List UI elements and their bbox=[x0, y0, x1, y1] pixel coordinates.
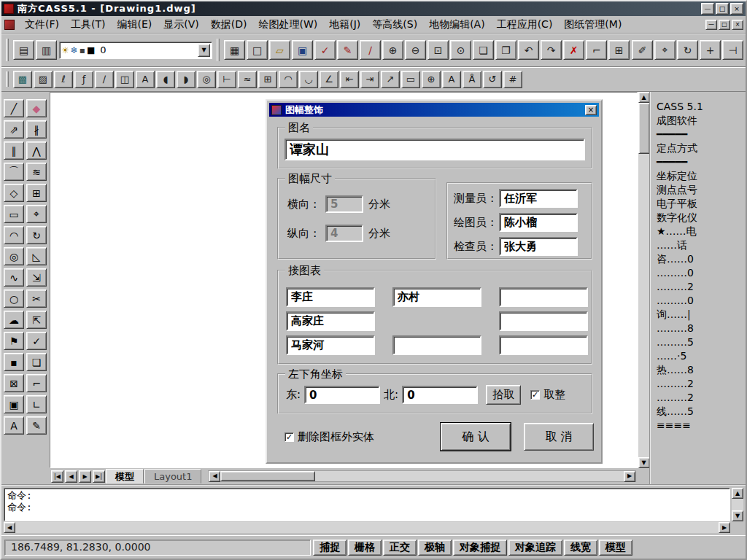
tab-model[interactable]: 模型 bbox=[106, 469, 144, 483]
arc-down-icon[interactable]: ◡ bbox=[299, 71, 318, 88]
linetype-icon[interactable]: ▦ bbox=[224, 40, 245, 60]
scroll-left-icon[interactable]: ◀ bbox=[4, 522, 15, 533]
save-file-icon[interactable]: ▣ bbox=[292, 40, 313, 60]
ucs-icon[interactable]: ⌐ bbox=[586, 40, 607, 60]
adjoin-cell-w[interactable] bbox=[286, 311, 375, 331]
draw-cloud-icon[interactable]: ☁ bbox=[4, 311, 24, 329]
zoom-in-icon[interactable]: ⊕ bbox=[382, 40, 403, 60]
grid-toggle[interactable]: 栅格 bbox=[348, 540, 382, 556]
extend-icon[interactable]: ⇱ bbox=[26, 311, 47, 329]
menu-item[interactable]: 工程应用(C) bbox=[491, 16, 559, 33]
draw-circle-icon[interactable]: ◎ bbox=[4, 247, 24, 265]
draw-ellipse-icon[interactable]: ○ bbox=[4, 289, 24, 308]
screen-menu-item[interactable]: 数字化仪 bbox=[651, 211, 746, 225]
rotate-view-icon[interactable]: ↻ bbox=[677, 40, 698, 60]
document-icon[interactable] bbox=[4, 20, 15, 30]
erase-icon[interactable]: ◆ bbox=[26, 99, 47, 117]
screen-menu-item[interactable]: ……话 bbox=[651, 239, 746, 253]
drawing-hscrollbar[interactable]: ◀ ▶ bbox=[208, 470, 636, 482]
menu-item[interactable]: 数据(D) bbox=[205, 16, 253, 33]
screen-menu-item[interactable]: 电子平板 bbox=[651, 198, 746, 211]
menu-item[interactable]: 绘图处理(W) bbox=[252, 16, 323, 33]
dim-left-icon[interactable]: ⇤ bbox=[340, 71, 359, 88]
hatch-icon[interactable]: ▨ bbox=[34, 71, 53, 88]
screen-menu-item[interactable]: ━━━━━ bbox=[651, 128, 746, 142]
snap-toggle[interactable]: 捕捉 bbox=[313, 540, 347, 556]
text-add-icon[interactable]: A bbox=[442, 71, 461, 88]
menu-item[interactable]: 工具(T) bbox=[65, 16, 111, 33]
screen-menu-item[interactable]: ………2 bbox=[651, 378, 746, 392]
zoom-out-icon[interactable]: ⊖ bbox=[405, 40, 426, 60]
cancel-icon[interactable]: ✗ bbox=[563, 40, 584, 60]
pline-pen-icon[interactable]: ℓ bbox=[54, 71, 73, 88]
lineweight-toggle[interactable]: 线宽 bbox=[564, 540, 597, 556]
draw-curve-icon[interactable]: ⌒ bbox=[4, 163, 24, 181]
tab-next-button[interactable]: ▶ bbox=[79, 470, 91, 483]
toolbar-grip[interactable] bbox=[6, 71, 9, 88]
tab-layout1[interactable]: Layout1 bbox=[144, 469, 201, 483]
cancel-button[interactable]: 取 消 bbox=[524, 423, 594, 451]
screen-menu-item[interactable]: ≡≡≡≡ bbox=[651, 419, 746, 433]
draw-point-icon[interactable]: ▪ bbox=[4, 353, 24, 371]
open-file-icon[interactable]: ▱ bbox=[269, 40, 290, 60]
screen-menu-item[interactable]: 定点方式 bbox=[651, 142, 746, 156]
screen-menu-item[interactable]: ……·5 bbox=[651, 350, 746, 364]
screen-menu-item[interactable]: 热……8 bbox=[651, 364, 746, 378]
polar-toggle[interactable]: 极轴 bbox=[418, 540, 452, 556]
scroll-up-icon[interactable]: ▲ bbox=[732, 488, 743, 499]
spline-pen-icon[interactable]: ƒ bbox=[74, 71, 93, 88]
scroll-up-icon[interactable]: ▲ bbox=[638, 92, 650, 103]
adjoin-cell-s[interactable] bbox=[392, 335, 481, 355]
sketch-pen-icon[interactable]: ✐ bbox=[632, 40, 653, 60]
redo-icon[interactable]: ↷ bbox=[541, 40, 562, 60]
move-point-icon[interactable]: ⌖ bbox=[654, 40, 676, 60]
hatch-fill-icon[interactable]: ⊠ bbox=[4, 374, 24, 392]
minimize-button[interactable]: — bbox=[701, 3, 714, 15]
screen-menu-item[interactable]: ………5 bbox=[651, 336, 746, 350]
chamfer-icon[interactable]: ∟ bbox=[26, 395, 47, 413]
angle-dim-icon[interactable]: ∠ bbox=[320, 71, 338, 88]
scale-icon[interactable]: ◺ bbox=[26, 247, 47, 265]
sketch-icon[interactable]: ✎ bbox=[26, 416, 47, 435]
copy-icon[interactable]: ❏ bbox=[473, 40, 494, 60]
ortho-toggle[interactable]: 正交 bbox=[383, 540, 417, 556]
restore-button[interactable]: □ bbox=[716, 3, 729, 15]
command-history[interactable]: 命令:命令: bbox=[4, 488, 730, 521]
rect-dim-icon[interactable]: ▭ bbox=[401, 71, 420, 88]
confirm-button[interactable]: 确 认 bbox=[441, 423, 511, 451]
command-vscrollbar[interactable]: ▲ ▼ bbox=[732, 488, 743, 521]
hash-grid-icon[interactable]: # bbox=[503, 71, 522, 88]
fillet-icon[interactable]: ⌐ bbox=[26, 374, 47, 392]
toolbar-grip[interactable] bbox=[217, 39, 220, 61]
dialog-title-bar[interactable]: 图幅整饰 × bbox=[269, 103, 599, 117]
wipeout-icon[interactable]: ◫ bbox=[115, 71, 134, 88]
text-style-icon[interactable]: A bbox=[136, 71, 155, 88]
screen-menu-item[interactable]: 测点点号 bbox=[651, 184, 746, 198]
mirror-icon[interactable]: ⋀ bbox=[26, 141, 47, 160]
screen-menu-item[interactable]: ━━━━━ bbox=[651, 156, 746, 170]
leader-icon[interactable]: ↗ bbox=[381, 71, 400, 88]
stretch-icon[interactable]: ⇲ bbox=[26, 268, 47, 287]
screen-menu-item[interactable]: 成图软件 bbox=[651, 114, 746, 128]
ellipse-right-icon[interactable]: ◗ bbox=[177, 71, 196, 88]
insert-image-icon[interactable]: ▣ bbox=[4, 395, 24, 413]
child-close-button[interactable]: × bbox=[732, 20, 743, 30]
toolbar-grip[interactable] bbox=[6, 39, 9, 61]
copy-object-icon[interactable]: ❏ bbox=[26, 353, 47, 371]
draw-text-icon[interactable]: A bbox=[4, 416, 24, 435]
draw-polygon-icon[interactable]: ◇ bbox=[4, 184, 24, 202]
screen-menu-item[interactable]: ………0 bbox=[651, 295, 746, 308]
offset-icon[interactable]: ≋ bbox=[26, 163, 47, 181]
checker-input[interactable] bbox=[499, 237, 578, 256]
spell-check-icon[interactable]: ✓ bbox=[314, 40, 336, 60]
layer-list-icon[interactable]: ▥ bbox=[36, 40, 57, 60]
draw-ray-icon[interactable]: ⇗ bbox=[4, 120, 24, 139]
snap-point-icon[interactable]: + bbox=[700, 40, 721, 60]
screen-menu-item[interactable]: ★……电 bbox=[651, 225, 746, 239]
child-minimize-button[interactable]: — bbox=[705, 20, 717, 30]
draw-rect-icon[interactable]: ▭ bbox=[4, 205, 24, 223]
ellipse-left-icon[interactable]: ◖ bbox=[156, 71, 175, 88]
command-hscrollbar[interactable]: ◀ ▶ bbox=[4, 522, 730, 533]
menu-item[interactable]: 显示(V) bbox=[158, 16, 205, 33]
adjoin-cell-sw[interactable] bbox=[286, 335, 375, 355]
